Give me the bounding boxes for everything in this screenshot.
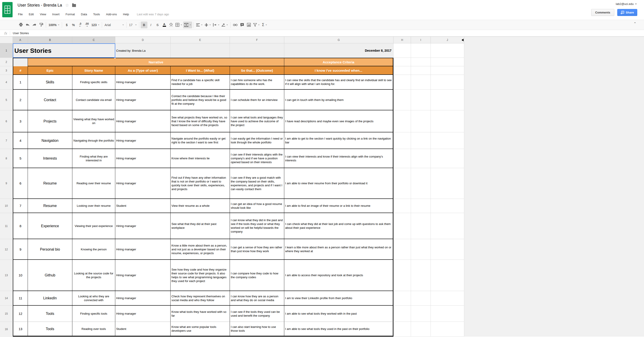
table-cell-r14-c3[interactable]: Hiring manager <box>115 291 170 306</box>
vertical-align-button[interactable] <box>204 22 212 28</box>
table-cell-r13-c3[interactable]: Hiring manager <box>115 260 170 291</box>
table-cell-r8-c2[interactable]: Finding what they are interested in <box>72 149 115 168</box>
table-cell-r10-c2[interactable]: Looking over their resume <box>72 199 115 213</box>
empty-cell[interactable] <box>394 90 411 110</box>
undo-button[interactable] <box>24 22 31 28</box>
table-cell-r6-c3[interactable]: Hiring manager <box>115 110 170 132</box>
empty-cell[interactable] <box>431 75 464 90</box>
table-cell-r7-c1[interactable]: Navigation <box>28 132 72 149</box>
table-cell-r7-c6[interactable]: I am able to get to the section I want q… <box>284 132 394 149</box>
table-cell-r15-c6[interactable]: I am able to see what tools they worked … <box>284 306 394 322</box>
table-cell-r8-c5[interactable]: I can see if their interests aligns with… <box>230 149 284 168</box>
increase-decimal-button[interactable]: .00→ <box>84 22 90 28</box>
italic-button[interactable]: I <box>148 22 154 28</box>
empty-cell[interactable] <box>431 132 464 149</box>
cell-header-as-a-type-of-user[interactable]: As a (Type of user) <box>115 66 170 75</box>
empty-cell[interactable] <box>411 110 431 132</box>
table-cell-r9-c3[interactable]: Hiring manager <box>115 168 170 199</box>
table-cell-r12-c3[interactable]: Hiring manager <box>115 239 170 260</box>
table-cell-r5-c3[interactable]: Hiring manager <box>115 90 170 110</box>
empty-cell[interactable] <box>431 168 464 199</box>
table-cell-r15-c2[interactable]: Finding specific tools <box>72 306 115 322</box>
empty-cell[interactable] <box>411 291 431 306</box>
decrease-decimal-button[interactable]: .0← <box>77 22 84 28</box>
table-cell-r4-c3[interactable]: Hiring manager <box>115 75 170 90</box>
empty-cell[interactable] <box>431 43 464 58</box>
table-cell-r10-c6[interactable]: I am able to find an image of their resu… <box>284 199 394 213</box>
table-cell-r7-c0[interactable]: 4 <box>13 132 28 149</box>
empty-cell[interactable] <box>411 43 431 58</box>
empty-cell[interactable] <box>411 149 431 168</box>
table-cell-r9-c2[interactable]: Reading over their resume <box>72 168 115 199</box>
table-cell-r11-c6[interactable]: I can check what they did at their last … <box>284 213 394 239</box>
formula-bar[interactable]: fx User Stories <box>0 30 644 37</box>
cell-created-by[interactable]: Created by: Brenda La <box>115 43 170 58</box>
column-header-i[interactable]: I <box>411 37 431 43</box>
table-cell-r7-c5[interactable]: I can easily get the information I need … <box>230 132 284 149</box>
zoom-select[interactable]: 100% <box>48 22 60 28</box>
table-cell-r16-c4[interactable]: Know what are some popular tools develop… <box>170 322 230 337</box>
redo-button[interactable] <box>31 22 38 28</box>
comments-button[interactable]: Comments <box>591 9 614 16</box>
table-cell-r8-c4[interactable]: Know where their interests lie <box>170 149 230 168</box>
table-cell-r11-c4[interactable]: See what that they did at their past wor… <box>170 213 230 239</box>
table-cell-r4-c4[interactable]: Find if a candidate has a specific skill… <box>170 75 230 90</box>
row-header-12[interactable]: 12 <box>0 239 13 260</box>
cell-a2-empty[interactable] <box>13 58 28 66</box>
empty-cell[interactable] <box>431 58 464 66</box>
select-all-corner[interactable] <box>0 37 13 43</box>
row-header-16[interactable]: 16 <box>0 322 13 337</box>
menu-insert[interactable]: Insert <box>52 12 60 16</box>
table-cell-r6-c5[interactable]: I can see what tools and languages they … <box>230 110 284 132</box>
cell-date[interactable]: December 8, 2017 <box>284 43 394 58</box>
number-format-button[interactable]: 123 <box>90 22 100 28</box>
table-cell-r10-c4[interactable]: View their resume as a whole <box>170 199 230 213</box>
empty-cell[interactable] <box>431 66 464 75</box>
empty-cell[interactable] <box>394 239 411 260</box>
empty-cell[interactable] <box>394 66 411 75</box>
table-cell-r11-c2[interactable]: Viewing their past experience <box>72 213 115 239</box>
table-cell-r7-c4[interactable]: Navigate around the portfolio easily or … <box>170 132 230 149</box>
bold-button[interactable]: B <box>141 22 148 28</box>
paint-format-button[interactable] <box>38 22 44 28</box>
empty-cell[interactable] <box>431 149 464 168</box>
table-cell-r15-c3[interactable]: Hiring manager <box>115 306 170 322</box>
table-cell-r6-c1[interactable]: Projects <box>28 110 72 132</box>
insert-link-button[interactable] <box>232 22 239 28</box>
cell-header-num[interactable]: # <box>13 66 28 75</box>
empty-cell[interactable] <box>431 260 464 291</box>
insert-comment-button[interactable] <box>239 22 246 28</box>
table-cell-r16-c0[interactable]: 13 <box>13 322 28 337</box>
table-cell-r14-c4[interactable]: Check how they represent themselves on s… <box>170 291 230 306</box>
table-cell-r9-c5[interactable]: I can see if they are a good match with … <box>230 168 284 199</box>
cell-header-i-want-to-what[interactable]: I Want to... (What) <box>170 66 230 75</box>
last-edit-status[interactable]: Last edit was 7 days ago <box>137 12 169 16</box>
table-cell-r12-c5[interactable]: I can get a sense of how they are rather… <box>230 239 284 260</box>
empty-cell[interactable] <box>394 199 411 213</box>
row-header-6[interactable]: 6 <box>0 110 13 132</box>
row-header-3[interactable]: 3 <box>0 66 13 75</box>
text-rotation-button[interactable] <box>220 22 229 28</box>
table-cell-r11-c0[interactable]: 8 <box>13 213 28 239</box>
empty-cell[interactable] <box>394 306 411 322</box>
table-cell-r11-c5[interactable]: I can know what they did in the past and… <box>230 213 284 239</box>
row-header-1[interactable]: 1 <box>0 43 13 58</box>
table-cell-r9-c4[interactable]: Find out if they have any other informat… <box>170 168 230 199</box>
empty-cell[interactable] <box>394 110 411 132</box>
table-cell-r15-c1[interactable]: Tools <box>28 306 72 322</box>
table-cell-r14-c1[interactable]: LinkedIn <box>28 291 72 306</box>
table-cell-r13-c2[interactable]: Looking at the source code for the proje… <box>72 260 115 291</box>
account-menu[interactable]: lab2@uci.edu <box>616 2 637 6</box>
table-cell-r6-c0[interactable]: 3 <box>13 110 28 132</box>
empty-cell[interactable] <box>411 66 431 75</box>
text-wrap-button[interactable] <box>212 22 220 28</box>
cell-header-so-that-outcome[interactable]: So that... (Outcome) <box>230 66 284 75</box>
column-header-e[interactable]: E <box>170 37 230 43</box>
table-cell-r4-c2[interactable]: Finding specific skills <box>72 75 115 90</box>
table-cell-r5-c5[interactable]: I can schedule them for an interview <box>230 90 284 110</box>
merge-cells-button[interactable] <box>183 22 192 28</box>
empty-cell[interactable] <box>394 213 411 239</box>
empty-cell[interactable] <box>431 322 464 337</box>
menu-data[interactable]: Data <box>81 12 87 16</box>
empty-cell[interactable] <box>394 322 411 337</box>
